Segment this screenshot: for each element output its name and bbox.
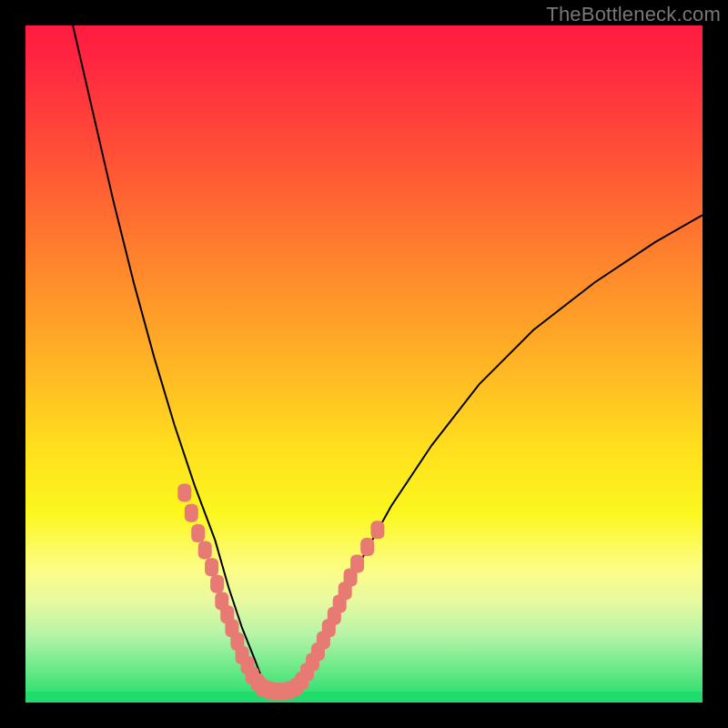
- salmon-nub: [210, 575, 224, 593]
- salmon-nub: [198, 541, 212, 560]
- salmon-nub: [191, 524, 205, 542]
- salmon-nub: [177, 483, 191, 501]
- salmon-nubs-group: [177, 483, 384, 701]
- watermark-text: TheBottleneck.com: [546, 3, 721, 26]
- salmon-nub: [370, 521, 384, 539]
- black-curve-left: [73, 25, 266, 689]
- chart-frame: TheBottleneck.com: [0, 0, 728, 728]
- salmon-nub: [350, 555, 364, 573]
- salmon-nub: [185, 504, 198, 522]
- plot-area: [25, 25, 703, 703]
- curve-svg: [25, 25, 703, 703]
- black-curve-right: [297, 215, 703, 689]
- salmon-nub: [360, 538, 374, 556]
- salmon-nub: [205, 558, 218, 576]
